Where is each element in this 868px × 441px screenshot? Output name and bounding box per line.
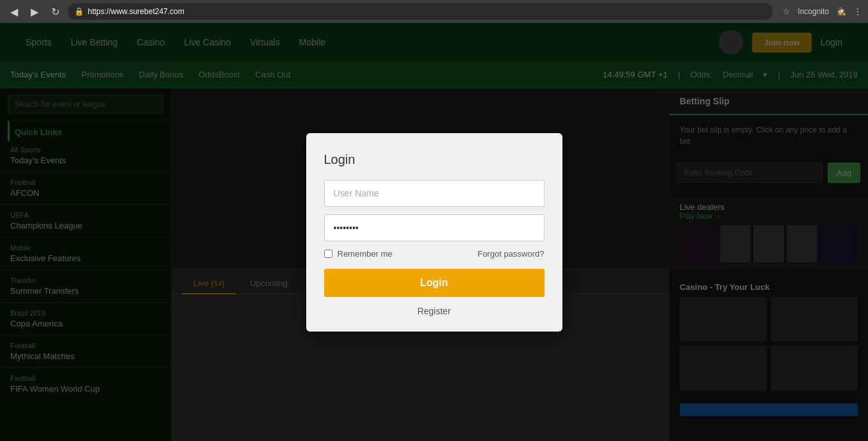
reload-button[interactable]: ↻ bbox=[47, 4, 63, 19]
remember-me-checkbox[interactable] bbox=[324, 250, 332, 258]
modal-title: Login bbox=[324, 152, 545, 167]
forgot-password-link[interactable]: Forgot password? bbox=[477, 249, 544, 259]
url-bar[interactable]: 🔒 https://www.surebet247.com bbox=[68, 3, 773, 20]
incognito-label: Incognito bbox=[798, 7, 829, 16]
password-input[interactable] bbox=[324, 214, 545, 241]
login-modal: Login Remember me Forgot password? Login… bbox=[306, 133, 562, 332]
browser-bar: ◀ ▶ ↻ 🔒 https://www.surebet247.com ☆ Inc… bbox=[0, 0, 868, 23]
modal-options-row: Remember me Forgot password? bbox=[324, 249, 545, 259]
incognito-icon: 🕵 bbox=[837, 7, 846, 16]
login-submit-button[interactable]: Login bbox=[324, 269, 545, 297]
register-link[interactable]: Register bbox=[324, 306, 545, 316]
back-button[interactable]: ◀ bbox=[6, 4, 22, 19]
star-icon[interactable]: ☆ bbox=[783, 7, 790, 16]
remember-me-label: Remember me bbox=[324, 249, 393, 259]
url-text: https://www.surebet247.com bbox=[88, 7, 184, 16]
modal-overlay: Login Remember me Forgot password? Login… bbox=[0, 23, 868, 441]
username-input[interactable] bbox=[324, 180, 545, 207]
forward-button[interactable]: ▶ bbox=[27, 4, 42, 19]
menu-icon[interactable]: ⋮ bbox=[854, 7, 862, 16]
lock-icon: 🔒 bbox=[74, 7, 84, 16]
